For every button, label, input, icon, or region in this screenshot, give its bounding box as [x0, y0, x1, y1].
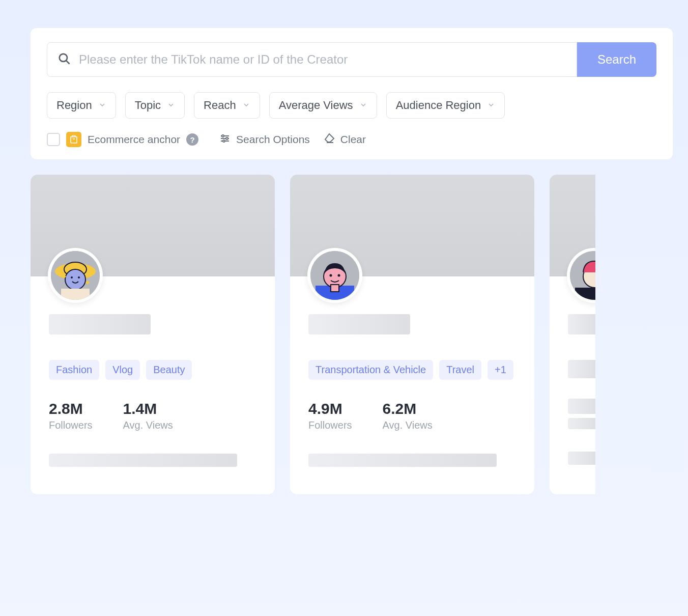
tag[interactable]: Beauty: [146, 360, 192, 380]
placeholder: [568, 399, 595, 414]
avg-views-label: Avg. Views: [383, 419, 433, 431]
svg-point-14: [78, 276, 80, 278]
tag[interactable]: Travel: [439, 360, 481, 380]
avatar: [48, 248, 103, 303]
svg-line-1: [66, 61, 69, 63]
tags: Transportation & Vehicle Travel +1: [308, 360, 516, 380]
svg-point-7: [223, 140, 225, 142]
chevron-down-icon: [359, 99, 367, 112]
svg-point-13: [71, 276, 73, 278]
chevron-down-icon: [487, 99, 495, 112]
sliders-icon: [219, 132, 231, 147]
name-placeholder: [49, 314, 151, 334]
chevron-down-icon: [98, 99, 106, 112]
stats: 2.8M Followers 1.4M Avg. Views: [49, 400, 256, 431]
followers-label: Followers: [308, 419, 352, 431]
tag[interactable]: Transportation & Vehicle: [308, 360, 433, 380]
filter-label: Region: [56, 99, 92, 112]
svg-rect-15: [61, 289, 90, 300]
tag[interactable]: Vlog: [105, 360, 140, 380]
card-cover: [31, 175, 275, 276]
avg-views-value: 6.2M: [383, 400, 433, 417]
tag[interactable]: Fashion: [49, 360, 99, 380]
placeholder: [568, 418, 595, 429]
search-input-wrap: [47, 42, 577, 77]
help-icon[interactable]: ?: [186, 133, 198, 146]
tag-more[interactable]: +1: [488, 360, 513, 380]
search-options-label: Search Options: [236, 133, 310, 146]
svg-point-20: [338, 274, 340, 277]
search-input[interactable]: [79, 52, 566, 67]
tags: Fashion Vlog Beauty: [49, 360, 256, 380]
filter-reach[interactable]: Reach: [194, 92, 260, 119]
ecommerce-checkbox[interactable]: [47, 133, 60, 146]
card-cover: [550, 175, 595, 276]
search-icon: [58, 52, 71, 67]
search-panel: Search Region Topic Reach Average Views …: [31, 28, 673, 159]
svg-point-5: [222, 135, 224, 137]
followers-label: Followers: [49, 419, 93, 431]
name-placeholder: [308, 314, 410, 334]
svg-rect-21: [331, 285, 339, 292]
filter-average-views[interactable]: Average Views: [269, 92, 377, 119]
followers-value: 2.8M: [49, 400, 93, 417]
eraser-icon: [323, 132, 335, 147]
creator-card[interactable]: Transportation & Vehicle Travel +1 4.9M …: [290, 175, 534, 494]
clear-button[interactable]: Clear: [323, 132, 366, 147]
cards-row: Fashion Vlog Beauty 2.8M Followers 1.4M …: [31, 175, 673, 494]
chevron-down-icon: [242, 99, 250, 112]
name-placeholder: [568, 314, 595, 334]
svg-point-12: [65, 269, 85, 290]
creator-card-partial[interactable]: [550, 175, 595, 494]
svg-point-19: [330, 274, 332, 277]
filter-topic[interactable]: Topic: [125, 92, 185, 119]
placeholder: [308, 454, 497, 467]
shopping-bag-icon: [66, 132, 81, 147]
clear-label: Clear: [340, 133, 366, 146]
filter-label: Topic: [135, 99, 161, 112]
avg-views-value: 1.4M: [123, 400, 173, 417]
filter-label: Reach: [204, 99, 236, 112]
placeholder: [568, 360, 595, 378]
options-row: Ecommerce anchor ? Search Options Clear: [47, 132, 656, 147]
avatar: [307, 248, 362, 303]
placeholder: [568, 452, 595, 465]
chevron-down-icon: [167, 99, 175, 112]
search-options-button[interactable]: Search Options: [219, 132, 310, 147]
search-button[interactable]: Search: [577, 42, 656, 77]
svg-point-6: [226, 137, 228, 139]
card-cover: [290, 175, 534, 276]
filter-audience-region[interactable]: Audience Region: [386, 92, 505, 119]
followers-value: 4.9M: [308, 400, 352, 417]
filter-region[interactable]: Region: [47, 92, 116, 119]
filter-label: Audience Region: [396, 99, 481, 112]
filter-row: Region Topic Reach Average Views Audienc…: [47, 92, 656, 119]
stats: 4.9M Followers 6.2M Avg. Views: [308, 400, 516, 431]
placeholder: [49, 454, 237, 467]
avg-views-label: Avg. Views: [123, 419, 173, 431]
creator-card[interactable]: Fashion Vlog Beauty 2.8M Followers 1.4M …: [31, 175, 275, 494]
ecommerce-label: Ecommerce anchor: [88, 133, 180, 146]
filter-label: Average Views: [279, 99, 353, 112]
